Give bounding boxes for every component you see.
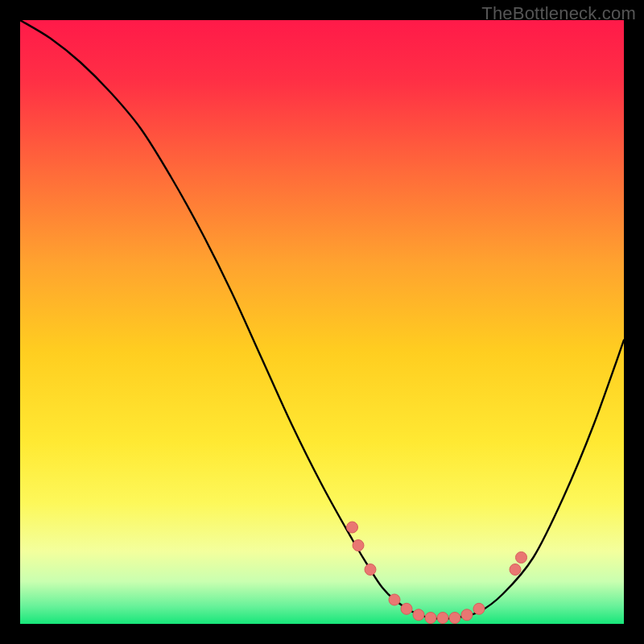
- curve-marker: [449, 613, 460, 624]
- curve-marker: [353, 540, 364, 551]
- curve-marker: [510, 564, 521, 576]
- curve-marker: [389, 594, 400, 605]
- curve-marker: [347, 522, 358, 533]
- watermark-label: TheBottleneck.com: [481, 3, 636, 24]
- curve-marker: [437, 613, 448, 624]
- gradient-background: [20, 20, 624, 624]
- curve-marker: [365, 564, 376, 576]
- curve-marker: [461, 609, 473, 621]
- chart-svg: [20, 20, 624, 624]
- plot-area: [20, 20, 624, 624]
- curve-marker: [516, 552, 527, 564]
- chart-frame: TheBottleneck.com: [0, 0, 644, 644]
- curve-marker: [473, 603, 485, 614]
- curve-marker: [413, 609, 424, 621]
- curve-marker: [401, 603, 412, 614]
- curve-marker: [425, 613, 436, 624]
